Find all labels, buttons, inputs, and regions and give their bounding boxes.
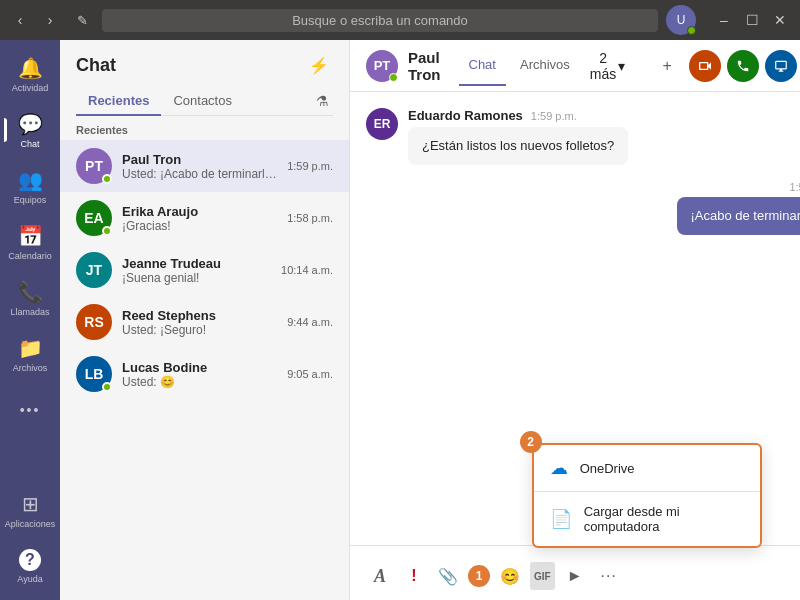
avatar: RS <box>76 304 112 340</box>
chat-icon: 💬 <box>18 112 43 136</box>
chat-item-info: Erika Araujo ¡Gracias! <box>122 204 277 233</box>
list-item[interactable]: LB Lucas Bodine Usted: 😊 9:05 a.m. <box>60 348 349 400</box>
audio-call-button[interactable] <box>727 50 759 82</box>
list-item[interactable]: EA Erika Araujo ¡Gracias! 1:58 p.m. <box>60 192 349 244</box>
tab-contactos[interactable]: Contactos <box>161 87 244 116</box>
list-item[interactable]: RS Reed Stephens Usted: ¡Seguro! 9:44 a.… <box>60 296 349 348</box>
edit-button[interactable]: ✎ <box>70 8 94 32</box>
chat-items-list: PT Paul Tron Usted: ¡Acabo de terminarlo… <box>60 140 349 600</box>
help-icon: ? <box>19 549 41 571</box>
chevron-down-icon: ▾ <box>618 58 625 74</box>
table-row: ER Eduardo Ramones 1:59 p.m. ¿Están list… <box>366 108 800 165</box>
format-button[interactable]: A <box>366 562 394 590</box>
onedrive-icon: ☁ <box>550 457 568 479</box>
sidebar-label-calendar: Calendario <box>8 251 52 261</box>
chat-item-time: 9:05 a.m. <box>287 368 333 380</box>
chat-item-preview: Usted: ¡Seguro! <box>122 323 277 337</box>
sidebar-item-calls[interactable]: 📞 Llamadas <box>4 272 56 324</box>
main-layout: 🔔 Actividad 💬 Chat 👥 Equipos 📅 Calendari… <box>0 40 800 600</box>
gif-button[interactable]: GIF <box>530 562 555 590</box>
popup-menu-item-upload[interactable]: 📄 Cargar desde mi computadora <box>534 492 760 546</box>
user-avatar-area: U <box>666 5 696 35</box>
tab-archivos[interactable]: Archivos <box>510 46 580 86</box>
list-item[interactable]: PT Paul Tron Usted: ¡Acabo de terminarlo… <box>60 140 349 192</box>
step1-container: 1 <box>468 565 490 587</box>
attach-button[interactable]: 📎 <box>434 562 462 590</box>
sidebar-item-help[interactable]: ? Ayuda <box>4 540 56 592</box>
maximize-button[interactable]: ☐ <box>740 8 764 32</box>
avatar: LB <box>76 356 112 392</box>
sidebar-item-teams[interactable]: 👥 Equipos <box>4 160 56 212</box>
message-content: Eduardo Ramones 1:59 p.m. ¿Están listos … <box>408 108 628 165</box>
avatar: PT <box>76 148 112 184</box>
sidebar-item-activity[interactable]: 🔔 Actividad <box>4 48 56 100</box>
status-dot <box>102 174 112 184</box>
sidebar-label-chat: Chat <box>20 139 39 149</box>
list-item[interactable]: JT Jeanne Trudeau ¡Suena genial! 10:14 a… <box>60 244 349 296</box>
back-button[interactable]: ‹ <box>8 8 32 32</box>
activity-icon: 🔔 <box>18 56 43 80</box>
chat-item-name: Jeanne Trudeau <box>122 256 271 271</box>
status-dot <box>102 226 112 236</box>
minimize-button[interactable]: – <box>712 8 736 32</box>
video-call-button[interactable] <box>689 50 721 82</box>
filter-icon-button[interactable]: ⚗ <box>312 87 333 115</box>
search-input[interactable] <box>102 9 658 32</box>
forward-button[interactable]: › <box>38 8 62 32</box>
chat-tabs: Recientes Contactos ⚗ <box>76 87 333 116</box>
filter-button[interactable]: ⚡ <box>305 52 333 79</box>
chat-item-info: Reed Stephens Usted: ¡Seguro! <box>122 308 277 337</box>
message-bubble: ¿Están listos los nuevos folletos? <box>408 127 628 165</box>
input-area: 2 ☁ OneDrive 📄 Cargar desde mi computado… <box>350 545 800 600</box>
teams-icon: 👥 <box>18 168 43 192</box>
avatar: JT <box>76 252 112 288</box>
sidebar-item-more-dots[interactable]: ••• <box>4 384 56 436</box>
avatar: U <box>666 5 696 35</box>
message-content: 1:59 p.m. ¡Acabo de terminarlos! <box>677 181 801 235</box>
apps-icon: ⊞ <box>22 492 39 516</box>
close-button[interactable]: ✕ <box>768 8 792 32</box>
tab-recientes[interactable]: Recientes <box>76 87 161 116</box>
avatar: EA <box>76 200 112 236</box>
sidebar-label-apps: Aplicaciones <box>5 519 56 529</box>
chat-item-time: 9:44 a.m. <box>287 316 333 328</box>
sidebar-label-files: Archivos <box>13 363 48 373</box>
online-status-dot <box>687 26 696 35</box>
chat-header-tabs: Chat Archivos 2 más ▾ <box>459 46 632 86</box>
files-icon: 📁 <box>18 336 43 360</box>
sticker-button[interactable]: ► <box>561 562 589 590</box>
emoji-button[interactable]: 😊 <box>496 562 524 590</box>
popup-menu: 2 ☁ OneDrive 📄 Cargar desde mi computado… <box>532 443 762 548</box>
step1-badge: 1 <box>468 565 490 587</box>
chat-item-preview: Usted: ¡Acabo de terminarlos! <box>122 167 277 181</box>
sidebar-item-apps[interactable]: ⊞ Aplicaciones <box>4 484 56 536</box>
sidebar-item-files[interactable]: 📁 Archivos <box>4 328 56 380</box>
contact-avatar: PT <box>366 50 398 82</box>
sidebar-item-calendar[interactable]: 📅 Calendario <box>4 216 56 268</box>
tab-chat[interactable]: Chat <box>459 46 506 86</box>
more-toolbar-button[interactable]: ··· <box>595 562 623 590</box>
popup-menu-item-onedrive[interactable]: ☁ OneDrive <box>534 445 760 492</box>
chat-list-panel: Chat ⚡ Recientes Contactos ⚗ Recientes P… <box>60 40 350 600</box>
chat-item-time: 1:58 p.m. <box>287 212 333 224</box>
add-people-button[interactable]: + <box>651 50 683 82</box>
header-actions: + ⋯ <box>651 50 800 82</box>
step-badge: 2 <box>520 431 542 453</box>
sidebar: 🔔 Actividad 💬 Chat 👥 Equipos 📅 Calendari… <box>0 40 60 600</box>
sidebar-item-chat[interactable]: 💬 Chat <box>4 104 56 156</box>
input-toolbar: A ! 📎 1 😊 GIF ► ··· ➤ <box>366 554 800 592</box>
chat-item-preview: ¡Gracias! <box>122 219 277 233</box>
tab-mas[interactable]: 2 más ▾ <box>584 46 631 86</box>
chat-list-header: Chat ⚡ Recientes Contactos ⚗ <box>60 40 349 116</box>
sidebar-label-help: Ayuda <box>17 574 42 584</box>
message-time: 1:59 p.m. <box>789 181 800 193</box>
screen-share-button[interactable] <box>765 50 797 82</box>
important-button[interactable]: ! <box>400 562 428 590</box>
titlebar: ‹ › ✎ U – ☐ ✕ <box>0 0 800 40</box>
recientes-label: Recientes <box>60 116 349 140</box>
chat-item-name: Erika Araujo <box>122 204 277 219</box>
status-dot <box>102 382 112 392</box>
chat-item-name: Reed Stephens <box>122 308 277 323</box>
message-time: 1:59 p.m. <box>531 110 577 122</box>
avatar: ER <box>366 108 398 140</box>
